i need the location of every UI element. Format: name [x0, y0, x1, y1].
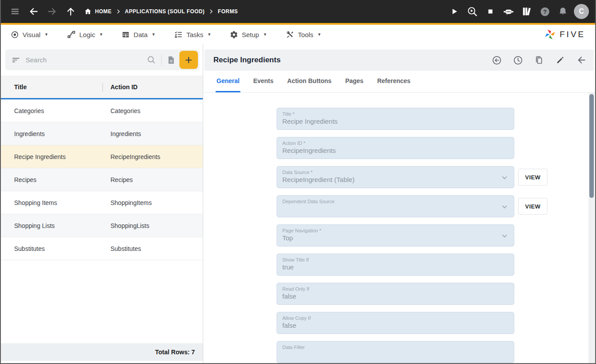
breadcrumb-chevron-icon [208, 8, 214, 15]
field-label: Data Filter [282, 345, 496, 350]
forms-table: Title Action ID Categories Categories In… [1, 76, 203, 260]
field-value: RecipeIngredients [282, 147, 496, 154]
revert-circle-icon[interactable] [491, 55, 502, 65]
field-dependent-data-source[interactable]: Dependent Data Source [277, 195, 514, 217]
view-data-source-button[interactable]: VIEW [518, 169, 547, 186]
column-header-action-id[interactable]: Action ID [110, 83, 137, 91]
library-books-icon[interactable] [520, 4, 534, 19]
assistant-robot-icon[interactable] [501, 4, 516, 19]
copy-icon[interactable] [534, 55, 544, 65]
breadcrumb-applications[interactable]: APPLICATIONS (SOUL FOOD) [125, 8, 205, 15]
search-icon[interactable] [147, 55, 156, 64]
menu-tools[interactable]: Tools ▼ [285, 30, 321, 39]
field-value: false [282, 292, 496, 300]
breadcrumb-home[interactable]: HOME [84, 8, 112, 15]
chevron-down-icon[interactable] [501, 174, 509, 182]
table-row[interactable]: Ingredients Ingredients [1, 122, 203, 145]
field-value: RecipeIngredient (Table) [282, 176, 496, 183]
tab-pages[interactable]: Pages [344, 71, 364, 92]
run-play-icon[interactable] [447, 4, 461, 19]
table-row[interactable]: Shopping Items ShoppingItems [1, 191, 203, 214]
tab-references[interactable]: References [376, 71, 412, 92]
table-header-row[interactable]: Title Action ID [1, 76, 203, 99]
vertical-scrollbar[interactable] [588, 93, 595, 363]
add-form-button[interactable] [179, 51, 198, 69]
total-rows-label: Total Rows: 7 [155, 349, 195, 356]
table-footer: Total Rows: 7 [1, 343, 203, 361]
table-row[interactable]: Substitutes Substitutes [1, 237, 203, 260]
detail-header: Recipe Ingredients [205, 49, 594, 71]
field-data-filter[interactable]: Data Filter [277, 341, 514, 363]
column-header-title[interactable]: Title [14, 83, 110, 91]
menu-tasks-label: Tasks [186, 31, 203, 38]
field-read-only-if[interactable]: Read Only If false [277, 283, 514, 305]
field-show-title-if[interactable]: Show Title If true [277, 254, 514, 276]
table-row-selected[interactable]: Recipe Ingredients RecipeIngredients [1, 145, 203, 168]
menu-setup[interactable]: Setup ▼ [230, 30, 267, 39]
hamburger-menu-icon[interactable] [8, 4, 22, 19]
table-row[interactable]: Recipes Recipes [1, 168, 203, 191]
row-title: Categories [14, 107, 110, 114]
field-allow-copy-if[interactable]: Allow Copy If false [277, 312, 514, 334]
tab-action-buttons[interactable]: Action Buttons [286, 71, 332, 92]
notifications-bell-icon[interactable] [556, 4, 570, 19]
field-label: Data Source * [282, 170, 496, 175]
menu-data[interactable]: Data ▼ [121, 30, 156, 39]
column-divider [102, 83, 103, 92]
export-document-icon[interactable] [166, 55, 176, 65]
stop-icon[interactable] [483, 4, 497, 19]
up-arrow-icon[interactable] [64, 4, 78, 19]
help-icon[interactable]: ? [538, 4, 552, 19]
chevron-down-icon[interactable] [501, 203, 509, 211]
data-icon [121, 30, 130, 39]
row-title: Shopping Items [14, 199, 110, 206]
row-title: Recipe Ingredients [14, 153, 110, 160]
five-pinwheel-icon [544, 28, 556, 41]
row-action-id: ShoppingItems [110, 199, 152, 206]
row-action-id: RecipeIngredients [110, 153, 160, 160]
app-window: HOME APPLICATIONS (SOUL FOOD) FORMS [0, 0, 596, 364]
field-page-navigation[interactable]: Page Navigation * Top [277, 224, 514, 246]
tasks-icon [174, 30, 183, 39]
caret-down-icon: ▼ [99, 32, 103, 37]
field-title[interactable]: Title * Recipe Ingredients [277, 108, 514, 130]
user-avatar[interactable]: C [574, 4, 589, 19]
table-row[interactable]: Categories Categories [1, 99, 203, 122]
form-fields-area: Title * Recipe Ingredients Action ID * R… [203, 93, 595, 363]
edit-pencil-icon[interactable] [555, 55, 566, 65]
menu-visual[interactable]: Visual ▼ [11, 30, 49, 39]
field-label: Dependent Data Source [282, 199, 496, 204]
collapse-panel-arrow-icon[interactable] [576, 55, 587, 65]
view-dependent-data-source-button[interactable]: VIEW [518, 198, 547, 215]
caret-down-icon: ▼ [263, 32, 267, 37]
preview-search-icon[interactable] [465, 4, 479, 19]
row-title: Substitutes [14, 245, 110, 252]
menu-tasks[interactable]: Tasks ▼ [174, 30, 211, 39]
field-label: Page Navigation * [282, 228, 496, 233]
caret-down-icon: ▼ [207, 32, 211, 37]
row-action-id: ShoppingLists [110, 222, 149, 229]
menu-logic[interactable]: Logic ▼ [67, 30, 103, 39]
row-action-id: Categories [110, 107, 140, 114]
back-arrow-icon[interactable] [27, 4, 41, 19]
field-action-id[interactable]: Action ID * RecipeIngredients [277, 137, 514, 159]
breadcrumb-forms[interactable]: FORMS [218, 8, 238, 15]
menu-logic-label: Logic [80, 31, 95, 38]
chevron-down-icon[interactable] [501, 232, 509, 240]
tools-icon [285, 30, 294, 39]
field-value: Recipe Ingredients [282, 118, 496, 125]
table-row[interactable]: Shopping Lists ShoppingLists [1, 214, 203, 237]
row-title: Recipes [14, 176, 110, 183]
filter-icon[interactable] [11, 56, 20, 64]
detail-tabs: General Events Action Buttons Pages Refe… [203, 71, 595, 93]
forward-arrow-icon[interactable] [45, 4, 59, 19]
search-input[interactable] [26, 56, 147, 64]
history-clock-icon[interactable] [512, 55, 523, 65]
field-data-source[interactable]: Data Source * RecipeIngredient (Table) [277, 166, 514, 188]
row-action-id: Ingredients [110, 130, 141, 137]
detail-title: Recipe Ingredients [213, 56, 281, 64]
tab-general[interactable]: General [216, 71, 240, 92]
scrollbar-thumb[interactable] [589, 94, 594, 198]
field-label: Show Title If [282, 257, 496, 262]
tab-events[interactable]: Events [252, 71, 274, 92]
